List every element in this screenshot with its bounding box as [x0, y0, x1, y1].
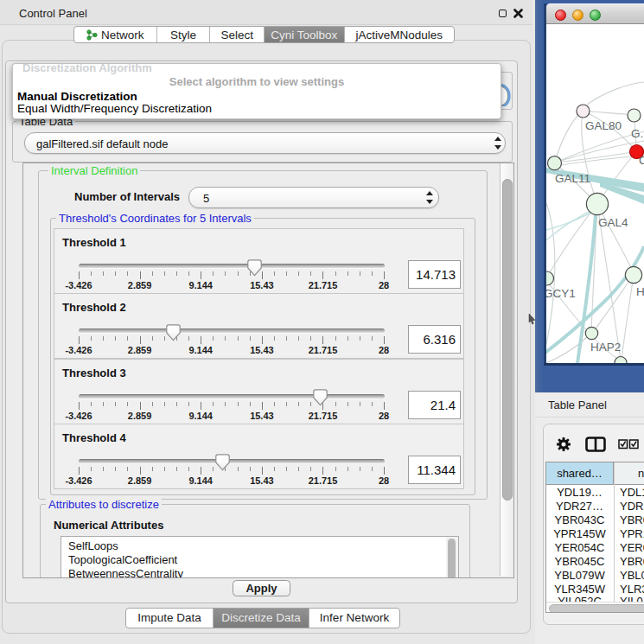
svg-text:H: H: [636, 285, 644, 298]
svg-text:G.: G.: [631, 127, 643, 140]
svg-text:C: C: [639, 154, 644, 167]
svg-text:GCY1: GCY1: [546, 287, 576, 300]
svg-text:GAL11: GAL11: [555, 172, 590, 185]
svg-text:HAP2: HAP2: [590, 341, 621, 354]
svg-text:GAL80: GAL80: [585, 119, 622, 132]
svg-text:GAL4: GAL4: [598, 216, 628, 229]
